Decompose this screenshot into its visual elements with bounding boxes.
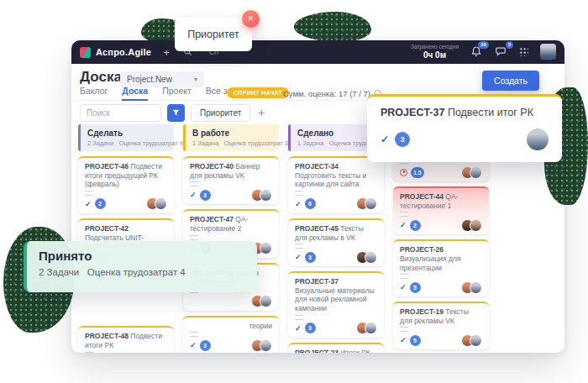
user-avatar[interactable] — [540, 44, 556, 60]
card-footer — [190, 296, 272, 307]
app-logo-icon — [80, 47, 91, 58]
priority-filter-chip[interactable]: Приоритет — [191, 104, 250, 122]
card-title: PROJECT-23 Итоги РК — [295, 349, 377, 353]
time-tracked: Затрачено сегодня 0ч 0м — [411, 44, 459, 60]
messages-button[interactable]: 5 — [495, 45, 507, 58]
estimate-badge: 3 — [200, 190, 211, 201]
card-title: теории — [190, 322, 272, 331]
apps-grid-icon[interactable] — [519, 47, 528, 56]
card-title: PROJECT-44 QA-тестирование 1 — [400, 192, 482, 210]
check-icon: ✓ — [190, 341, 197, 349]
kanban-card[interactable]: PROJECT-40 Баннер для рекламы VK✓3 — [183, 156, 279, 204]
avatar — [470, 334, 482, 347]
accepted-column-title: Принято — [39, 249, 245, 263]
check-icon: ✓ — [381, 134, 389, 145]
kanban-card[interactable]: PROJECT-45 Тексты для рекламы в VK✓3 — [288, 218, 384, 266]
description-icon — [295, 191, 303, 196]
card-footer: ✓3 — [190, 339, 272, 351]
avatar — [155, 197, 167, 210]
topbar-right: Затрачено сегодня 0ч 0м 20 5 — [411, 44, 556, 60]
card-text: Визуальные материалы для новой рекламной… — [295, 286, 375, 312]
estimate-badge: 5 — [410, 282, 421, 293]
description-icon — [295, 244, 303, 249]
card-id: PROJECT-40 — [190, 162, 235, 171]
popup-estimate-badge: 3 — [395, 132, 410, 147]
card-id: PROJECT-47 — [190, 215, 235, 223]
kanban-card[interactable]: PROJECT-19 Тексты для рекламы VK✓5 — [393, 302, 489, 349]
tab-0[interactable]: Баклог — [80, 86, 108, 101]
messages-badge: 5 — [506, 41, 513, 49]
create-button[interactable]: Создать — [482, 71, 539, 91]
quick-add-button[interactable]: + — [163, 47, 170, 58]
kanban-card[interactable]: PROJECT-44 QA-тестирование 1✓2 — [393, 186, 489, 234]
kanban-card[interactable]: PROJECT-34 Подготовить тексты и картинки… — [288, 156, 384, 213]
check-icon: ✓ — [400, 283, 407, 291]
card-text: Визуализация для презентации — [400, 254, 461, 272]
description-icon — [190, 235, 198, 240]
card-popup[interactable]: PROJECT-37 Подвести итог РК ✓ 3 — [367, 94, 562, 162]
card-footer: ✓3 — [190, 189, 272, 201]
estimate-badge: 3 — [200, 340, 211, 351]
card-footer: ✓2 — [400, 219, 482, 231]
card-title: PROJECT-26 Визуализация для презентации — [400, 245, 482, 272]
search-input[interactable] — [80, 104, 161, 122]
avatar — [470, 166, 482, 179]
kanban-card[interactable]: теории✓3 — [183, 316, 279, 353]
check-icon: ✓ — [295, 253, 302, 261]
check-icon: ✓ — [295, 324, 302, 333]
kanban-card[interactable]: PROJECT-48 Подвести итоги РК✓2 — [78, 326, 174, 353]
popup-card-title: PROJECT-37 Подвести итог РК — [381, 107, 549, 118]
avatar — [260, 339, 272, 352]
board-tabs: БаклогДоскаПроектВсе задачи — [80, 86, 252, 101]
card-title: PROJECT-34 Подготовить тексты и картинки… — [295, 162, 377, 189]
avatar — [365, 322, 377, 334]
assignee-avatars — [461, 219, 482, 232]
card-title: PROJECT-46 Подвести итоги предыдущей РК … — [85, 162, 167, 189]
plant-decoration — [294, 12, 371, 42]
column-meta: 1 Задача Оценка трудозатрат 3 — [192, 139, 272, 147]
column-title: В работе — [192, 129, 272, 138]
project-name: Project.New — [127, 75, 172, 84]
kanban-card[interactable]: PROJECT-23 Итоги РК✓5 — [288, 343, 384, 353]
assignee-avatars — [251, 189, 272, 202]
accepted-column-drag-preview[interactable]: Принято 2 Задачи Оценка трудозатрат 4 — [24, 241, 257, 292]
app-window: Аспро.Agile + Сп Затрачено сегодня 0ч 0м… — [71, 40, 564, 353]
filter-button[interactable] — [167, 104, 185, 122]
card-id: PROJECT-45 — [295, 224, 340, 233]
time-tracked-value: 0ч 0м — [411, 50, 459, 60]
card-footer: ✓5 — [400, 334, 482, 346]
priority-tooltip: Приоритет ✕ — [175, 18, 252, 51]
accepted-column-meta: 2 Задачи Оценка трудозатрат 4 — [39, 267, 245, 277]
card-title: PROJECT-48 Подвести итоги РК — [85, 332, 167, 349]
column-header[interactable]: В работе1 Задача Оценка трудозатрат 3 — [183, 124, 279, 151]
tab-2[interactable]: Проект — [162, 86, 192, 101]
kanban-card[interactable]: PROJECT-26 Визуализация для презентации✓… — [393, 239, 489, 296]
card-id: PROJECT-44 — [400, 192, 445, 201]
avatar — [260, 295, 272, 307]
card-title: PROJECT-45 Тексты для рекламы в VK — [295, 224, 377, 242]
kanban-card[interactable]: PROJECT-37 Визуальные материалы для ново… — [288, 271, 384, 338]
estimate-badge: 3 — [305, 252, 316, 263]
card-text: Подготовить тексты и картинки для сайта — [295, 171, 366, 189]
assignee-avatars — [461, 166, 482, 179]
kanban-card[interactable]: PROJECT-46 Подвести итоги предыдущей РК … — [78, 156, 174, 213]
page: Аспро.Agile + Сп Затрачено сегодня 0ч 0м… — [0, 0, 588, 383]
close-icon[interactable]: ✕ — [242, 10, 260, 28]
card-title: PROJECT-40 Баннер для рекламы VK — [190, 162, 272, 180]
add-filter-button[interactable]: + — [256, 106, 266, 119]
assignee-avatars — [356, 322, 377, 334]
tab-1[interactable]: Доска — [122, 86, 148, 101]
card-id: PROJECT-37 — [295, 277, 339, 286]
column-header[interactable]: Сделать2 Задачи Оценка трудозатрат 4 — [78, 124, 174, 151]
card-text: теории — [249, 322, 272, 330]
notifications-button[interactable]: 20 — [470, 45, 483, 58]
description-icon — [85, 352, 93, 353]
popup-card-footer: ✓ 3 — [381, 129, 549, 150]
popup-card-id: PROJECT-37 — [381, 107, 444, 118]
description-icon — [400, 327, 408, 332]
avatar — [365, 197, 377, 210]
estimate-badge: 2 — [410, 220, 421, 231]
description-icon — [400, 274, 408, 279]
chat-icon — [495, 45, 507, 57]
check-icon: ✓ — [400, 221, 407, 229]
